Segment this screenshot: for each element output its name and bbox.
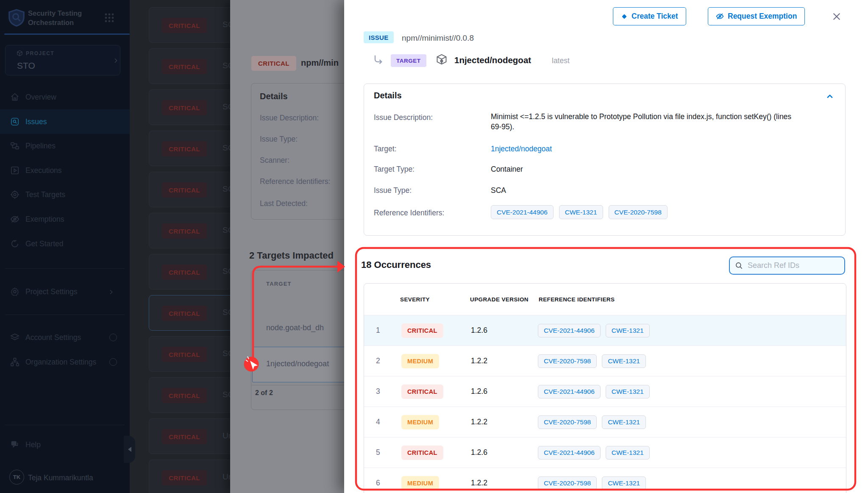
lock-ring-icon xyxy=(109,334,117,341)
ref-id-chip[interactable]: CWE-1321 xyxy=(606,446,650,460)
severity-badge: CRITICAL xyxy=(162,347,207,362)
sidebar-header-rule xyxy=(4,33,130,35)
severity-badge: CRITICAL xyxy=(162,141,207,156)
field-label: Issue Description: xyxy=(374,113,433,122)
lock-ring-icon xyxy=(109,358,117,366)
user-name[interactable]: Teja Kummarikuntla xyxy=(28,474,93,482)
ref-id-chip[interactable]: CWE-1321 xyxy=(602,354,646,368)
occurrence-row[interactable]: 5 CRITICAL 1.2.6 CVE-2021-44906CWE-1321 xyxy=(364,437,846,468)
ticket-diamond-icon xyxy=(621,13,628,20)
field-label: Scanner: xyxy=(260,156,289,165)
sidebar-item-help[interactable]: ? Help xyxy=(0,432,130,457)
ref-id-chip[interactable]: CVE-2021-44906 xyxy=(491,205,554,219)
issue-badge: ISSUE xyxy=(364,31,394,43)
severity-badge: CRITICAL xyxy=(401,323,443,338)
severity-badge: CRITICAL xyxy=(162,388,207,403)
target-row[interactable]: node.goat-bd_dh xyxy=(266,323,324,332)
package-icon xyxy=(436,53,448,67)
severity-badge: CRITICAL xyxy=(162,100,207,115)
field-label: Last Detected: xyxy=(260,199,308,208)
target-tag: latest xyxy=(552,56,570,65)
severity-badge: CRITICAL xyxy=(162,59,207,74)
severity-badge: CRITICAL xyxy=(162,429,207,444)
ref-id-chip[interactable]: CVE-2020-7598 xyxy=(609,205,668,219)
reference-identifier-chips: CVE-2021-44906 CWE-1321 CVE-2020-7598 xyxy=(491,205,668,219)
org-chart-icon xyxy=(10,357,19,367)
target-link[interactable]: 1njected/nodegoat xyxy=(491,145,552,153)
occurrence-row[interactable]: 1 CRITICAL 1.2.6 CVE-2021-44906CWE-1321 xyxy=(364,315,846,345)
elbow-arrow-icon xyxy=(372,53,384,67)
severity-badge: CRITICAL xyxy=(401,384,443,399)
ref-id-chip[interactable]: CWE-1321 xyxy=(606,385,650,398)
sidebar-item-test-targets[interactable]: Test Targets xyxy=(0,182,130,207)
ref-id-chip[interactable]: CVE-2021-44906 xyxy=(538,446,601,460)
sidebar-item-pipelines[interactable]: Pipelines xyxy=(0,134,130,158)
sidebar-item-overview[interactable]: Overview xyxy=(0,85,130,109)
severity-badge: MEDIUM xyxy=(401,476,439,490)
ref-id-chip[interactable]: CVE-2020-7598 xyxy=(538,354,597,368)
close-icon[interactable] xyxy=(831,11,843,22)
project-selector[interactable]: PROJECT STO xyxy=(5,45,120,75)
ref-id-chip[interactable]: CWE-1321 xyxy=(602,415,646,429)
ref-id-chip[interactable]: CWE-1321 xyxy=(559,205,603,219)
eye-off-icon xyxy=(10,214,19,224)
sidebar-collapse-handle[interactable] xyxy=(124,436,135,463)
cube-icon xyxy=(17,50,23,58)
search-input[interactable] xyxy=(748,261,832,270)
sidebar-item-account-settings[interactable]: Account Settings xyxy=(0,325,130,350)
occurrence-row[interactable]: 2 MEDIUM 1.2.2 CVE-2020-7598CWE-1321 xyxy=(364,345,846,376)
project-name: STO xyxy=(17,61,35,71)
occurrence-row[interactable]: 4 MEDIUM 1.2.2 CVE-2020-7598CWE-1321 xyxy=(364,407,846,437)
field-label: Reference Identifiers: xyxy=(260,177,330,186)
ref-id-chip[interactable]: CWE-1321 xyxy=(606,324,650,337)
occurrence-row[interactable]: 6 MEDIUM 1.2.2 CVE-2020-7598CWE-1321 xyxy=(364,468,846,493)
details-heading: Details xyxy=(374,91,402,100)
app-logo-shield-icon xyxy=(7,8,26,30)
occurrences-title: 18 Occurrences xyxy=(361,259,431,270)
severity-badge: CRITICAL xyxy=(251,56,296,71)
field-label: Issue Type: xyxy=(260,135,298,144)
eye-off-icon xyxy=(716,12,724,20)
field-label: Target Type: xyxy=(374,165,415,174)
field-label: Issue Description: xyxy=(260,114,319,123)
pipelines-icon xyxy=(10,141,19,150)
search-icon xyxy=(735,262,743,270)
occurrences-table: SEVERITY UPGRADE VERSION REFERENCE IDENT… xyxy=(364,283,846,493)
severity-badge: MEDIUM xyxy=(401,415,439,429)
ref-id-chip[interactable]: CVE-2020-7598 xyxy=(538,415,597,429)
home-icon xyxy=(10,92,19,102)
layers-icon xyxy=(10,333,19,342)
sidebar-item-project-settings[interactable]: Project Settings xyxy=(0,279,130,304)
project-label: PROJECT xyxy=(26,50,54,56)
user-avatar[interactable]: TK xyxy=(9,470,24,485)
sidebar-item-organization-settings[interactable]: Organization Settings xyxy=(0,350,130,374)
ref-id-chip[interactable]: CVE-2020-7598 xyxy=(538,476,597,490)
severity-badge: CRITICAL xyxy=(162,18,207,33)
ref-id-chip[interactable]: CVE-2021-44906 xyxy=(538,385,601,398)
sidebar-item-executions[interactable]: Executions xyxy=(0,158,130,183)
severity-badge: MEDIUM xyxy=(401,354,439,368)
field-label: Reference Identifiers: xyxy=(374,209,444,217)
sidebar-item-issues[interactable]: Issues xyxy=(0,109,130,134)
target-row-selected[interactable]: 1njected/nodegoat xyxy=(266,359,329,368)
sidebar: Security TestingOrchestration PROJECT ST… xyxy=(0,0,130,493)
sidebar-item-exemptions[interactable]: Exemptions xyxy=(0,207,130,231)
pagination-label: 2 of 2 xyxy=(255,389,273,397)
ref-id-chip[interactable]: CWE-1321 xyxy=(602,476,646,490)
occurrence-row[interactable]: 3 CRITICAL 1.2.6 CVE-2021-44906CWE-1321 xyxy=(364,376,846,407)
severity-badge: CRITICAL xyxy=(162,265,207,280)
ref-id-chip[interactable]: CVE-2021-44906 xyxy=(538,324,601,337)
module-grid-icon[interactable] xyxy=(104,13,114,23)
sidebar-item-get-started[interactable]: Get Started xyxy=(0,231,130,256)
executions-icon xyxy=(10,166,19,175)
svg-text:?: ? xyxy=(13,442,15,446)
chevron-up-icon[interactable] xyxy=(826,92,834,103)
severity-badge: CRITICAL xyxy=(162,470,207,485)
app-title: Security TestingOrchestration xyxy=(28,8,113,27)
issue-type-value: SCA xyxy=(491,186,506,195)
severity-badge: CRITICAL xyxy=(401,446,443,460)
column-header-severity: SEVERITY xyxy=(400,296,430,303)
search-ref-ids[interactable] xyxy=(729,256,845,275)
request-exemption-button[interactable]: Request Exemption xyxy=(708,7,805,25)
create-ticket-button[interactable]: Create Ticket xyxy=(613,7,686,25)
